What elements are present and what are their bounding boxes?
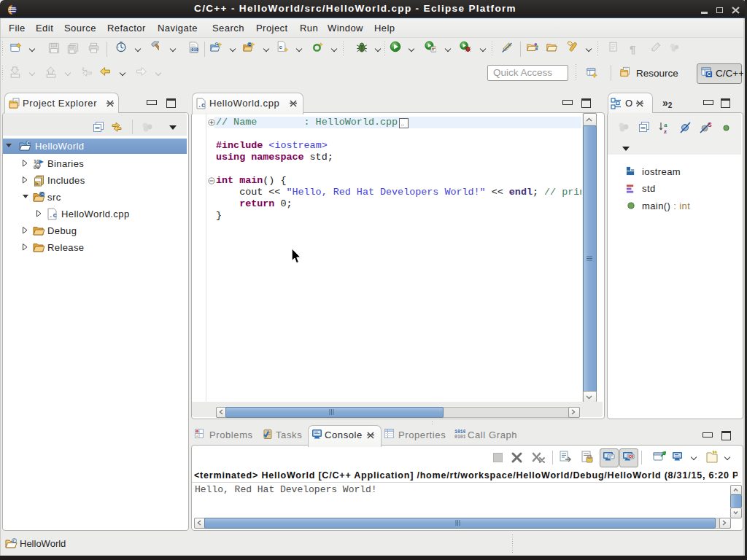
svg-text:c: c bbox=[279, 44, 282, 50]
svg-text:0101: 0101 bbox=[454, 435, 465, 439]
svg-text:010: 010 bbox=[191, 47, 198, 52]
svg-text:.c: .c bbox=[49, 212, 57, 219]
svg-text:C: C bbox=[40, 192, 44, 197]
svg-text:C: C bbox=[707, 71, 711, 77]
svg-text:C: C bbox=[26, 141, 30, 146]
svg-text:z: z bbox=[664, 128, 667, 134]
svg-text:C: C bbox=[12, 539, 16, 543]
svg-text:C: C bbox=[215, 42, 218, 47]
svg-text:1010: 1010 bbox=[454, 429, 465, 435]
svg-text:.c: .c bbox=[198, 102, 205, 109]
svg-text:C: C bbox=[248, 42, 251, 47]
